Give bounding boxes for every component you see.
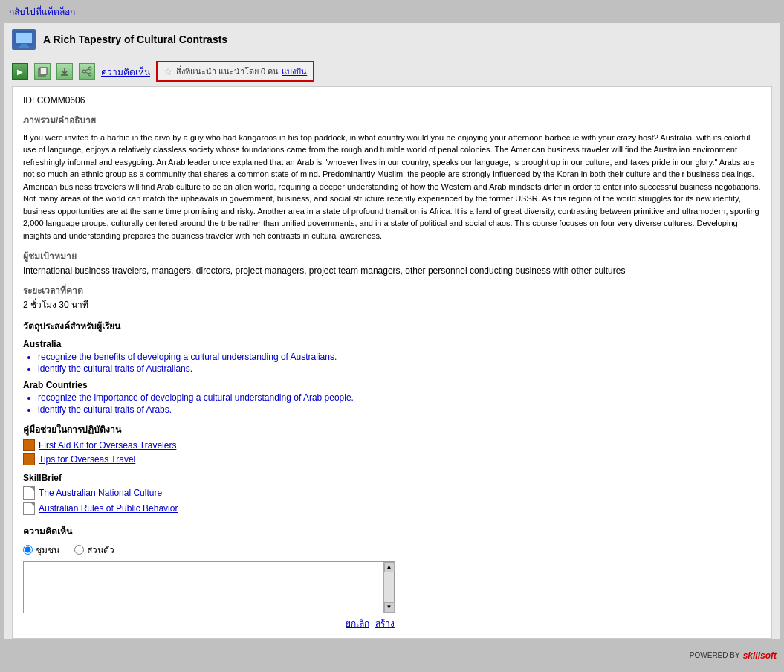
course-id: ID: COMM0606 bbox=[23, 94, 761, 107]
back-link[interactable]: กลับไปที่แค็ตล็อก bbox=[9, 7, 75, 17]
content-area: ID: COMM0606 ภาพรวม/คำอธิบาย If you were… bbox=[12, 86, 772, 639]
radio-community-label[interactable]: ชุมชน bbox=[23, 543, 59, 557]
svg-rect-2 bbox=[19, 46, 29, 48]
scroll-up-arrow[interactable]: ▲ bbox=[384, 562, 395, 572]
arab-heading: Arab Countries bbox=[23, 380, 761, 390]
svg-point-8 bbox=[88, 67, 91, 70]
book-icon-2 bbox=[23, 453, 35, 465]
scroll-down-arrow[interactable]: ▼ bbox=[384, 602, 395, 613]
list-item: recognize the importance of developing a… bbox=[38, 392, 761, 403]
powered-by-text: POWERED BY bbox=[690, 651, 740, 659]
description-label: ภาพรวม/คำอธิบาย bbox=[23, 113, 761, 127]
list-item: identify the cultural traits of Australi… bbox=[38, 364, 761, 374]
top-nav: กลับไปที่แค็ตล็อก bbox=[0, 0, 784, 23]
toolbar: ▶ ความคิดเห็น ☆ bbox=[4, 56, 780, 86]
svg-rect-3 bbox=[16, 33, 32, 43]
duration-value: 2 ชั่วโมง 30 นาที bbox=[23, 299, 761, 311]
rating-text: สิ่งที่แนะนำ แนะนำโดย 0 คน bbox=[176, 65, 279, 78]
duration-label: ระยะเวลาที่คาด bbox=[23, 283, 761, 297]
audience-value: International business travelers, manage… bbox=[23, 265, 761, 277]
course-title: A Rich Tapestry of Cultural Contrasts bbox=[43, 33, 227, 45]
australia-objectives: recognize the benefits of developing a c… bbox=[38, 352, 761, 374]
footer: POWERED BY skillsoft bbox=[0, 646, 784, 665]
monitor-icon bbox=[12, 29, 36, 50]
svg-rect-1 bbox=[21, 44, 27, 46]
radio-private-label[interactable]: ส่วนตัว bbox=[74, 543, 114, 557]
radio-group: ชุมชน ส่วนตัว bbox=[23, 543, 761, 557]
australia-heading: Australia bbox=[23, 339, 761, 349]
skillbrief-item-2: Australian Rules of Public Behavior bbox=[23, 502, 761, 515]
radio-community[interactable] bbox=[23, 545, 33, 555]
cancel-link[interactable]: ยกเลิก bbox=[346, 616, 369, 630]
scrollbar-vertical[interactable]: ▲ ▼ bbox=[383, 562, 394, 613]
audience-label: ผู้ชมเป้าหมาย bbox=[23, 249, 761, 263]
resource-item-2: Tips for Overseas Travel bbox=[23, 453, 761, 465]
comments-link[interactable]: ความคิดเห็น bbox=[101, 65, 150, 79]
resource-item-1: First Aid Kit for Overseas Travelers bbox=[23, 439, 761, 451]
skillsoft-logo: skillsoft bbox=[743, 650, 777, 661]
list-item: identify the cultural traits of Arabs. bbox=[38, 404, 761, 415]
radio-community-text: ชุมชน bbox=[36, 543, 59, 557]
share-rating-link[interactable]: แบ่งปัน bbox=[282, 65, 307, 78]
skillbrief-link-2[interactable]: Australian Rules of Public Behavior bbox=[39, 503, 178, 514]
svg-line-12 bbox=[85, 72, 88, 74]
skillbrief-item-1: The Australian National Culture bbox=[23, 486, 761, 500]
doc-icon-1 bbox=[23, 486, 35, 500]
create-link[interactable]: สร้าง bbox=[375, 616, 395, 630]
download-button[interactable] bbox=[56, 63, 73, 80]
svg-point-10 bbox=[88, 73, 91, 76]
doc-icon-2 bbox=[23, 502, 35, 515]
list-item: recognize the benefits of developing a c… bbox=[38, 352, 761, 362]
resource-link-1[interactable]: First Aid Kit for Overseas Travelers bbox=[39, 440, 176, 450]
skillbrief-label: SkillBrief bbox=[23, 473, 761, 483]
comment-textarea[interactable] bbox=[24, 562, 382, 613]
rating-box: ☆ สิ่งที่แนะนำ แนะนำโดย 0 คน แบ่งปัน bbox=[156, 61, 314, 82]
play-button[interactable]: ▶ bbox=[12, 63, 28, 80]
objectives-label: วัตถุประสงค์สำหรับผู้เรียน bbox=[23, 319, 761, 333]
comment-textarea-wrapper: ▲ ▼ bbox=[23, 561, 395, 613]
copy-button[interactable] bbox=[34, 63, 51, 80]
book-icon-1 bbox=[23, 439, 35, 451]
comments-label: ความคิดเห็น bbox=[23, 524, 761, 538]
arab-objectives: recognize the importance of developing a… bbox=[38, 392, 761, 415]
description-text: If you were invited to a barbie in the a… bbox=[23, 132, 761, 242]
comment-actions: ยกเลิก สร้าง bbox=[23, 616, 395, 630]
rating-star: ☆ bbox=[163, 65, 173, 77]
powered-by: POWERED BY skillsoft bbox=[690, 650, 777, 661]
course-header: A Rich Tapestry of Cultural Contrasts bbox=[4, 23, 780, 56]
svg-line-11 bbox=[85, 69, 88, 71]
svg-point-9 bbox=[82, 70, 85, 73]
svg-rect-5 bbox=[40, 68, 47, 74]
share-button[interactable] bbox=[79, 63, 95, 80]
skillbrief-link-1[interactable]: The Australian National Culture bbox=[39, 488, 162, 498]
main-container: A Rich Tapestry of Cultural Contrasts ▶ bbox=[4, 23, 780, 639]
radio-private[interactable] bbox=[74, 545, 84, 555]
radio-private-text: ส่วนตัว bbox=[87, 543, 114, 557]
resource-link-2[interactable]: Tips for Overseas Travel bbox=[39, 454, 135, 465]
resources-label: คู่มือช่วยในการปฏิบัติงาน bbox=[23, 422, 761, 436]
